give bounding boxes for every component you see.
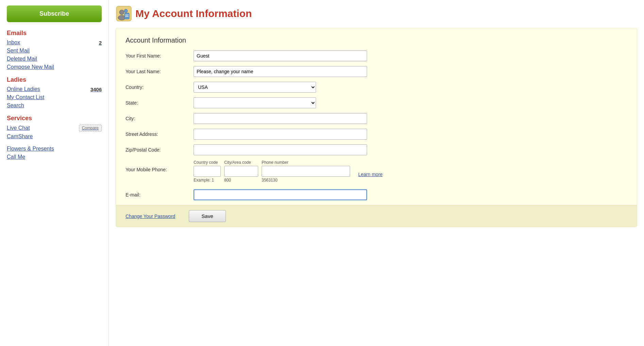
city-area-group: City/Area code 800 bbox=[224, 160, 258, 183]
last-name-row: Your Last Name: bbox=[126, 66, 627, 77]
state-row: State: Alabama Alaska California New Yor… bbox=[126, 97, 627, 108]
first-name-input[interactable] bbox=[194, 50, 367, 61]
phone-fields: Country code Example: 1 City/Area code 8… bbox=[194, 160, 383, 183]
my-contact-list-label: My Contact List bbox=[7, 94, 44, 100]
country-select[interactable]: USA Canada UK Australia bbox=[194, 82, 316, 93]
sidebar-item-call-me[interactable]: Call Me bbox=[7, 154, 102, 160]
state-select[interactable]: Alabama Alaska California New York Texas bbox=[194, 97, 316, 108]
emails-section: Emails Inbox 2 Sent Mail Deleted Mail Co… bbox=[7, 30, 102, 70]
sidebar-item-inbox[interactable]: Inbox 2 bbox=[7, 40, 102, 46]
country-code-input[interactable] bbox=[194, 166, 221, 177]
page-title: My Account Information bbox=[135, 8, 252, 19]
zip-row: Zip/Postal Code: bbox=[126, 144, 627, 155]
account-icon bbox=[116, 5, 132, 22]
live-chat-label: Live Chat bbox=[7, 125, 30, 131]
city-input[interactable] bbox=[194, 113, 367, 124]
country-label: Country: bbox=[126, 84, 194, 90]
search-label: Search bbox=[7, 103, 24, 109]
phone-number-group: Phone number 3563130 bbox=[262, 160, 350, 183]
page-title-row: My Account Information bbox=[116, 5, 637, 22]
country-code-example: Example: 1 bbox=[194, 178, 214, 183]
online-ladies-label: Online Ladies bbox=[7, 86, 40, 92]
country-code-sublabel: Country code bbox=[194, 160, 218, 165]
street-row: Street Address: bbox=[126, 129, 627, 140]
save-button[interactable]: Save bbox=[189, 210, 226, 222]
compare-button[interactable]: Compare bbox=[79, 125, 102, 131]
svg-point-1 bbox=[119, 10, 124, 15]
ladies-section: Ladies Online Ladies 3406 My Contact Lis… bbox=[7, 76, 102, 109]
sidebar-item-compose[interactable]: Compose New Mail bbox=[7, 64, 102, 70]
svg-rect-4 bbox=[125, 13, 129, 19]
subscribe-button[interactable]: Subscribe bbox=[7, 5, 102, 22]
change-password-link[interactable]: Change Your Password bbox=[126, 214, 175, 219]
sidebar-item-live-chat[interactable]: Live Chat Compare bbox=[7, 125, 102, 131]
deleted-mail-label: Deleted Mail bbox=[7, 56, 37, 62]
emails-section-title: Emails bbox=[7, 30, 102, 37]
main-content: My Account Information Account Informati… bbox=[109, 0, 644, 346]
email-row: E-mail: bbox=[126, 189, 627, 200]
form-card-title: Account Information bbox=[126, 36, 627, 44]
phone-number-example: 3563130 bbox=[262, 178, 278, 183]
city-label: City: bbox=[126, 116, 194, 121]
sidebar-item-deleted-mail[interactable]: Deleted Mail bbox=[7, 56, 102, 62]
inbox-count: 2 bbox=[99, 40, 102, 46]
sidebar-item-camshare[interactable]: CamShare bbox=[7, 133, 102, 140]
city-area-input[interactable] bbox=[224, 166, 258, 177]
phone-number-sublabel: Phone number bbox=[262, 160, 288, 165]
call-me-label: Call Me bbox=[7, 154, 25, 160]
form-footer: Change Your Password Save bbox=[116, 205, 637, 227]
last-name-label: Your Last Name: bbox=[126, 69, 194, 74]
country-row: Country: USA Canada UK Australia bbox=[126, 82, 627, 93]
zip-input[interactable] bbox=[194, 144, 367, 155]
sidebar-item-online-ladies[interactable]: Online Ladies 3406 bbox=[7, 86, 102, 92]
zip-label: Zip/Postal Code: bbox=[126, 147, 194, 153]
account-form-card: Account Information Your First Name: You… bbox=[116, 28, 637, 227]
state-label: State: bbox=[126, 100, 194, 106]
first-name-row: Your First Name: bbox=[126, 50, 627, 61]
services-section: Services Live Chat Compare CamShare bbox=[7, 115, 102, 140]
compose-label: Compose New Mail bbox=[7, 64, 54, 70]
phone-label: Your Mobile Phone: bbox=[126, 160, 194, 172]
phone-row: Your Mobile Phone: Country code Example:… bbox=[126, 160, 627, 183]
sidebar-item-search[interactable]: Search bbox=[7, 103, 102, 109]
phone-number-input[interactable] bbox=[262, 166, 350, 177]
svg-point-3 bbox=[124, 9, 128, 13]
ladies-section-title: Ladies bbox=[7, 76, 102, 83]
camshare-label: CamShare bbox=[7, 133, 33, 140]
country-code-group: Country code Example: 1 bbox=[194, 160, 221, 183]
inbox-label: Inbox bbox=[7, 40, 20, 46]
services-section-title: Services bbox=[7, 115, 102, 122]
sidebar: Subscribe Emails Inbox 2 Sent Mail Delet… bbox=[0, 0, 109, 346]
sidebar-item-flowers[interactable]: Flowers & Presents bbox=[7, 146, 102, 152]
last-name-input[interactable] bbox=[194, 66, 367, 77]
online-ladies-count: 3406 bbox=[90, 86, 102, 92]
first-name-label: Your First Name: bbox=[126, 53, 194, 59]
email-label: E-mail: bbox=[126, 192, 194, 198]
street-input[interactable] bbox=[194, 129, 367, 140]
city-row: City: bbox=[126, 113, 627, 124]
flowers-label: Flowers & Presents bbox=[7, 146, 54, 152]
sidebar-item-my-contact-list[interactable]: My Contact List bbox=[7, 94, 102, 100]
city-area-example: 800 bbox=[224, 178, 231, 183]
email-input[interactable] bbox=[194, 189, 367, 200]
other-section: Flowers & Presents Call Me bbox=[7, 146, 102, 160]
learn-more-link[interactable]: Learn more bbox=[358, 166, 383, 177]
city-area-sublabel: City/Area code bbox=[224, 160, 251, 165]
sidebar-item-sent-mail[interactable]: Sent Mail bbox=[7, 48, 102, 54]
street-label: Street Address: bbox=[126, 131, 194, 137]
sent-mail-label: Sent Mail bbox=[7, 48, 30, 54]
